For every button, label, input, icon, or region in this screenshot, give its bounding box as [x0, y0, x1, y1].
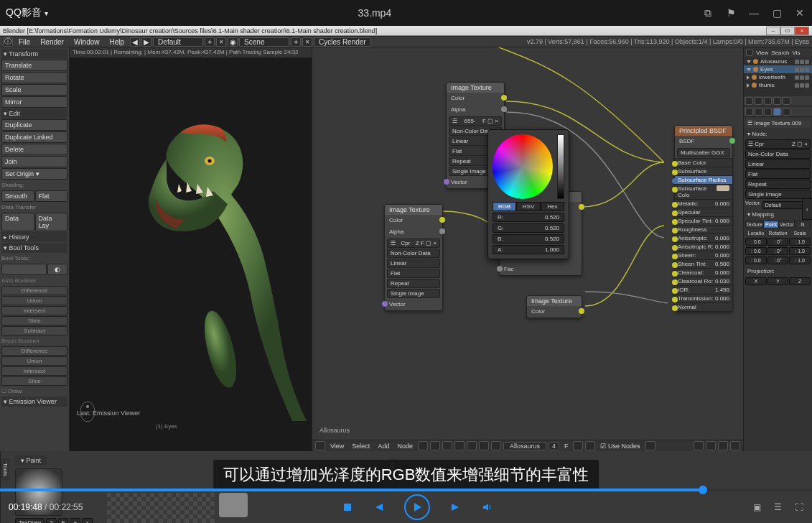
coord-field[interactable]: : 0°: [767, 247, 789, 255]
ne-copy-icon[interactable]: [718, 441, 728, 450]
mtab-normal[interactable]: N: [795, 221, 811, 228]
prop-colorspace[interactable]: Non-Color Data: [745, 149, 811, 159]
back-icon[interactable]: ◀: [130, 37, 140, 47]
prop-mod-icon[interactable]: [745, 108, 753, 116]
btn-brush-difference[interactable]: Difference: [1, 346, 67, 356]
ne-pin-icon[interactable]: [645, 441, 655, 450]
coord-field[interactable]: : 0.0: [745, 256, 767, 264]
img2-cs[interactable]: Non-Color Data: [387, 249, 440, 258]
play-button[interactable]: [404, 494, 430, 520]
player-app-title[interactable]: QQ影音 ▾: [6, 6, 48, 19]
stop-button[interactable]: [342, 502, 353, 512]
btn-brush-intersect[interactable]: Intersect: [1, 366, 67, 376]
paint-section-header[interactable]: ▾ Paint: [15, 455, 47, 466]
principled-clearcoat[interactable]: Clearcoat:0.000: [675, 268, 732, 277]
ne-f-icon[interactable]: F: [561, 443, 571, 450]
btn-delete[interactable]: Delete: [1, 144, 67, 155]
ne-backdrop-icon[interactable]: [694, 441, 704, 450]
outliner-item-allosaurus[interactable]: Allosaurus: [744, 57, 812, 65]
prop-scene-icon[interactable]: [764, 97, 772, 105]
img-file-field[interactable]: ☰ 655- F ▢ ×: [449, 116, 502, 126]
node-image-texture-3[interactable]: Image Texture Color: [526, 295, 582, 318]
ne-material-name[interactable]: Allosaurus: [503, 442, 546, 450]
node-principled-bsdf[interactable]: Principled BSDF BSDF Multiscatter GGX Ba…: [674, 125, 733, 312]
principled-sheen[interactable]: Sheen:0.000: [675, 251, 732, 259]
principled-ior[interactable]: IOR:1.450: [675, 285, 732, 294]
principled-subsurfaceradius[interactable]: Subsurface Radius: [675, 175, 732, 184]
menu-help[interactable]: Help: [106, 38, 129, 46]
axis-z[interactable]: Z: [789, 277, 811, 285]
principled-clearcoatro[interactable]: Clearcoat Ro:0.030: [675, 277, 732, 285]
btn-bool-difference[interactable]: Difference: [1, 286, 67, 295]
principled-normal[interactable]: Normal: [675, 302, 732, 311]
section-booltools[interactable]: ▾ Bool Tools: [1, 243, 67, 253]
btn-brush-union[interactable]: Union: [1, 356, 67, 366]
ne-shader-icon[interactable]: [418, 441, 428, 450]
principled-specular[interactable]: Specular: [675, 208, 732, 216]
prop-interp[interactable]: Linear: [745, 159, 811, 169]
maximize-icon[interactable]: ▢: [770, 6, 783, 19]
close-icon[interactable]: ✕: [793, 6, 806, 19]
viewport-3d[interactable]: Time:00:02:01 | Remaining: | Mem:437.42M…: [70, 47, 312, 451]
img2-file[interactable]: ☰ Cpr Z F ▢ ×: [387, 239, 440, 248]
btn-bool-intersect[interactable]: Intersect: [1, 306, 67, 315]
share-icon[interactable]: ⚑: [724, 6, 737, 19]
ne-view[interactable]: View: [327, 443, 347, 450]
principled-sheentint[interactable]: Sheen Tint:0.500: [675, 259, 732, 268]
prop-mat-icon[interactable]: [764, 108, 772, 116]
tab-hsv[interactable]: HSV: [516, 202, 540, 211]
scene-del-icon[interactable]: ×: [302, 37, 312, 47]
nav-gizmo[interactable]: [77, 401, 98, 430]
principled-anisotropicr[interactable]: Anisotropic R:0.000: [675, 242, 732, 251]
img2-proj[interactable]: Flat: [387, 269, 440, 278]
bl-maximize-icon[interactable]: ▭: [780, 27, 795, 35]
color-wheel[interactable]: [493, 134, 553, 199]
ne-select[interactable]: Select: [349, 443, 373, 450]
ne-tex-icon[interactable]: [442, 441, 452, 450]
outliner-search[interactable]: Search: [771, 50, 789, 56]
settings-icon[interactable]: ☰: [774, 502, 782, 512]
outliner[interactable]: View Search Vis Allosaurus Eyes lowertee…: [744, 47, 812, 96]
field-r[interactable]: R:0.520: [493, 213, 564, 222]
ne-line-icon[interactable]: [479, 441, 489, 450]
menu-render[interactable]: Render: [36, 38, 68, 46]
info-editor-icon[interactable]: ⓘ: [3, 37, 13, 47]
coord-field[interactable]: : 1.0: [789, 256, 811, 264]
coord-field[interactable]: : 0°: [767, 256, 789, 264]
prop-ext[interactable]: Repeat: [745, 180, 811, 189]
prop-cpr[interactable]: ☰ CprZ ▢ ×: [745, 139, 811, 149]
prop-render-icon[interactable]: [745, 97, 753, 105]
principled-speculartint[interactable]: Specular Tint:0.000: [675, 216, 732, 225]
screenshot-icon[interactable]: ▣: [753, 502, 761, 512]
field-a[interactable]: A:1.000: [493, 245, 564, 254]
expand-props-icon[interactable]: ‹: [802, 198, 812, 220]
btn-translate[interactable]: Translate: [1, 60, 67, 71]
outliner-item-lowerteeth[interactable]: lowerteeth: [744, 73, 812, 81]
btn-join[interactable]: Join: [1, 156, 67, 167]
outliner-type-icon[interactable]: [746, 49, 753, 56]
tex-breadcrumb[interactable]: ☰ Image Texture.009: [745, 119, 811, 128]
coord-field[interactable]: : 0.0: [745, 238, 767, 246]
prop-proj[interactable]: Flat: [745, 170, 811, 179]
principled-transmission[interactable]: Transmission:0.000: [675, 294, 732, 302]
outliner-item-eyes[interactable]: Eyes: [744, 65, 812, 73]
btn-brush-slice[interactable]: Slice: [1, 376, 67, 386]
coord-field[interactable]: : 0.0: [745, 247, 767, 255]
ne-node[interactable]: Node: [394, 443, 416, 450]
ne-mat-browse[interactable]: [491, 441, 501, 450]
prop-layer-icon[interactable]: [755, 97, 762, 105]
img2-ext[interactable]: Repeat: [387, 279, 440, 288]
prop-data-icon[interactable]: [755, 108, 762, 116]
tab-hex[interactable]: Hex: [541, 202, 564, 211]
outliner-view[interactable]: View: [756, 50, 768, 56]
btn-data[interactable]: Data: [1, 213, 34, 231]
bl-close-icon[interactable]: ×: [795, 27, 809, 35]
btn-bool-union[interactable]: Union: [1, 296, 67, 305]
engine-dropdown[interactable]: Cycles Render: [314, 37, 371, 47]
tab-rgb[interactable]: RGB: [493, 202, 516, 211]
editor-type-icon[interactable]: [315, 441, 325, 450]
fullscreen-icon[interactable]: ⛶: [795, 502, 803, 512]
mtab-texture[interactable]: Texture: [745, 221, 763, 228]
booltool-icon[interactable]: ◐: [47, 264, 67, 275]
principled-anisotropic[interactable]: Anisotropic:0.000: [675, 233, 732, 242]
